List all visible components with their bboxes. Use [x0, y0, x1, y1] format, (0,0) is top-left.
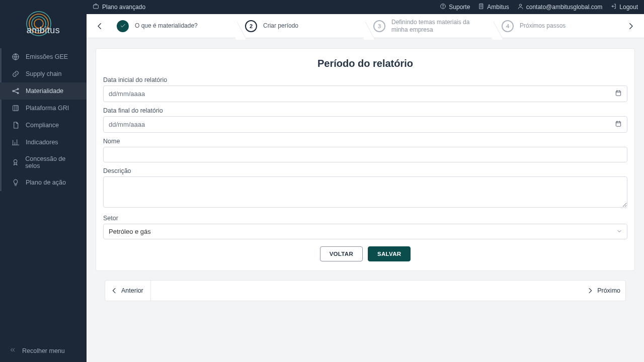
sector-select[interactable]: Petróleo e gás: [103, 224, 627, 239]
end-date-input[interactable]: dd/mm/aaaa: [103, 116, 627, 133]
step-label: Definindo temas materiais da minha empre…: [391, 19, 486, 33]
svg-rect-10: [94, 5, 99, 9]
sidebar-item-label: Emissões GEE: [26, 53, 68, 60]
step-1[interactable]: O que é materialidade?: [109, 19, 237, 33]
logout-link[interactable]: Logout: [610, 3, 638, 11]
stepper-next[interactable]: [622, 17, 640, 35]
columns-icon: [12, 104, 20, 112]
svg-rect-13: [480, 4, 484, 9]
bulb-icon: [12, 178, 20, 187]
sidebar-item-indicadores[interactable]: Indicadores: [0, 134, 87, 151]
desc-label: Descrição: [103, 167, 627, 174]
link-icon: [12, 70, 20, 78]
briefcase-icon: [93, 3, 99, 11]
collapse-menu[interactable]: Recolher menu: [0, 339, 87, 362]
help-icon: [440, 3, 446, 11]
plan-label: Plano avançado: [102, 4, 145, 11]
brand-link[interactable]: Ambitus: [478, 3, 509, 11]
pager: Anterior Próximo: [105, 280, 626, 301]
pager-divider: [150, 280, 151, 301]
logout-icon: [610, 3, 617, 11]
start-date-placeholder: dd/mm/aaaa: [109, 90, 145, 98]
brand-logo: ambitus: [0, 0, 87, 48]
sidebar-item-supply-chain[interactable]: Supply chain: [0, 65, 87, 82]
doc-icon: [12, 121, 20, 129]
contact-label: contato@ambitusglobal.com: [526, 4, 603, 11]
plan-indicator: Plano avançado: [93, 3, 145, 11]
sidebar: ambitus Emissões GEE Supply chain Ma: [0, 0, 87, 362]
sidebar-item-label: Indicadores: [26, 139, 58, 146]
step-3[interactable]: 3 Definindo temas materiais da minha emp…: [365, 19, 494, 33]
step-2[interactable]: 2 Criar período: [237, 19, 365, 33]
svg-rect-16: [616, 122, 620, 126]
sidebar-item-emissoes[interactable]: Emissões GEE: [0, 48, 87, 65]
support-label: Suporte: [449, 4, 470, 11]
support-link[interactable]: Suporte: [440, 3, 470, 11]
topbar: Plano avançado Suporte Ambitus contato@a…: [87, 0, 644, 14]
step-number: 3: [373, 20, 385, 32]
pager-next[interactable]: Próximo: [586, 287, 620, 295]
sidebar-item-label: Supply chain: [26, 70, 62, 77]
sidebar-item-materialidade[interactable]: Materialidade: [0, 82, 87, 100]
main-area: Plano avançado Suporte Ambitus contato@a…: [87, 0, 644, 362]
nodes-icon: [12, 87, 20, 95]
svg-point-12: [443, 8, 444, 8]
contact-link[interactable]: contato@ambitusglobal.com: [517, 3, 603, 11]
name-label: Nome: [103, 138, 627, 145]
topbar-links: Suporte Ambitus contato@ambitusglobal.co…: [440, 3, 638, 11]
back-button[interactable]: VOLTAR: [320, 246, 363, 261]
brand-label: Ambitus: [487, 4, 509, 11]
stepper: O que é materialidade? 2 Criar período 3…: [87, 14, 644, 38]
sidebar-item-label: Plano de ação: [26, 179, 66, 186]
sidebar-item-compliance[interactable]: Compliance: [0, 117, 87, 134]
step-number: 4: [502, 20, 514, 32]
chart-icon: [12, 138, 20, 146]
svg-point-14: [519, 4, 521, 6]
name-input[interactable]: [103, 147, 627, 162]
desc-input[interactable]: [103, 176, 627, 208]
svg-rect-15: [616, 91, 620, 96]
stepper-prev[interactable]: [91, 17, 109, 35]
collapse-label: Recolher menu: [22, 347, 65, 354]
step-number: 2: [245, 20, 257, 32]
report-period-card: Período do relatório Data inicial do rel…: [96, 48, 635, 271]
end-date-placeholder: dd/mm/aaaa: [109, 121, 145, 128]
step-label: Próximos passos: [520, 22, 566, 29]
step-4[interactable]: 4 Próximos passos: [494, 19, 622, 33]
svg-rect-8: [13, 106, 19, 111]
sidebar-item-label: Concessão de selos: [25, 155, 79, 169]
sidebar-nav: Emissões GEE Supply chain Materialidade …: [0, 48, 87, 191]
check-icon: [117, 20, 129, 32]
sidebar-item-concessao-selos[interactable]: Concessão de selos: [0, 151, 87, 174]
pager-prev[interactable]: Anterior: [110, 287, 143, 295]
start-date-label: Data inicial do relatório: [103, 76, 627, 83]
calendar-icon: [615, 120, 622, 129]
save-button[interactable]: SALVAR: [368, 246, 411, 261]
sidebar-item-plano-acao[interactable]: Plano de ação: [0, 174, 87, 191]
sidebar-item-label: Plataforma GRI: [26, 105, 69, 112]
start-date-input[interactable]: dd/mm/aaaa: [103, 85, 627, 102]
end-date-label: Data final do relatório: [103, 107, 627, 114]
brand-name: ambitus: [16, 25, 71, 36]
pager-next-label: Próximo: [597, 287, 620, 294]
building-icon: [478, 3, 485, 11]
globe-icon: [12, 53, 20, 61]
badge-icon: [12, 158, 19, 166]
logout-label: Logout: [619, 4, 638, 11]
step-label: O que é materialidade?: [135, 22, 198, 29]
sidebar-item-label: Compliance: [26, 122, 59, 129]
sector-label: Setor: [103, 215, 627, 222]
calendar-icon: [615, 89, 622, 98]
card-title: Período do relatório: [103, 58, 627, 69]
pager-prev-label: Anterior: [121, 287, 143, 294]
sidebar-item-label: Materialidade: [26, 87, 63, 95]
user-icon: [517, 3, 524, 11]
step-label: Criar período: [263, 22, 298, 29]
chevrons-left-icon: [9, 346, 16, 355]
sidebar-item-plataforma-gri[interactable]: Plataforma GRI: [0, 100, 87, 117]
